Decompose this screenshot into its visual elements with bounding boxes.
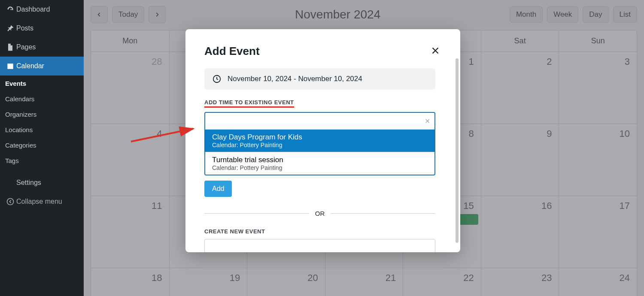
date-range-pill[interactable]: November 10, 2024 - November 10, 2024 [204,68,435,90]
create-new-label: CREATE NEW EVENT [204,228,435,235]
sidebar-item-settings[interactable]: Settings [0,173,84,192]
modal-scrollbar[interactable] [456,58,459,243]
sidebar-item-label: Calendar [16,62,44,70]
dropdown-option-sub: Calendar: Pottery Painting [212,164,428,171]
gauge-icon [6,5,16,14]
dropdown-option-title: Clay Days Program for Kids [212,133,428,142]
svg-point-0 [7,199,14,205]
sidebar-sub-events[interactable]: Events [0,76,84,91]
sidebar-sub-calendars[interactable]: Calendars [0,91,84,106]
dropdown-option-sub: Calendar: Pottery Painting [212,142,428,148]
sidebar: Dashboard Posts Pages Calendar Events Ca… [0,0,84,296]
sidebar-item-label: Posts [16,24,33,32]
sidebar-sub-locations[interactable]: Locations [0,122,84,137]
date-range-text: November 10, 2024 - November 10, 2024 [228,75,362,83]
add-event-modal: Add Event November 10, 2024 - November 1… [185,29,460,252]
dropdown-option[interactable]: Turntable trial sessionCalendar: Pottery… [205,152,434,175]
existing-event-dropdown: ✕ Clay Days Program for KidsCalendar: Po… [204,112,435,175]
collapse-icon [6,197,16,206]
sidebar-item-label: Dashboard [16,6,50,13]
sidebar-item-collapse[interactable]: Collapse menu [0,192,84,211]
sidebar-item-dashboard[interactable]: Dashboard [0,0,84,19]
modal-title: Add Event [204,45,435,58]
calendar-icon [6,62,16,70]
clock-icon [212,74,222,84]
sidebar-item-label: Pages [16,43,36,51]
sidebar-item-pages[interactable]: Pages [0,38,84,57]
sliders-icon [6,178,16,187]
pin-icon [6,24,16,33]
new-event-name-input[interactable] [204,239,435,252]
sidebar-sub-organizers[interactable]: Organizers [0,106,84,122]
sidebar-item-label: Collapse menu [16,198,62,205]
add-button[interactable]: Add [204,181,232,197]
clear-icon[interactable]: ✕ [425,117,430,125]
sidebar-item-posts[interactable]: Posts [0,19,84,38]
close-button[interactable] [429,45,441,57]
close-icon [431,46,440,55]
page-icon [6,43,16,51]
sidebar-item-calendar[interactable]: Calendar [0,57,84,76]
dropdown-option[interactable]: Clay Days Program for KidsCalendar: Pott… [205,129,434,152]
sidebar-sub-categories[interactable]: Categories [0,137,84,153]
or-divider: OR [204,210,435,217]
dropdown-search-input[interactable]: ✕ [205,113,434,129]
sidebar-sub-tags[interactable]: Tags [0,153,84,168]
dropdown-option-title: Turntable trial session [212,156,428,164]
existing-event-label: ADD TIME TO EXISTING EVENT [204,99,435,108]
sidebar-item-label: Settings [16,179,41,187]
